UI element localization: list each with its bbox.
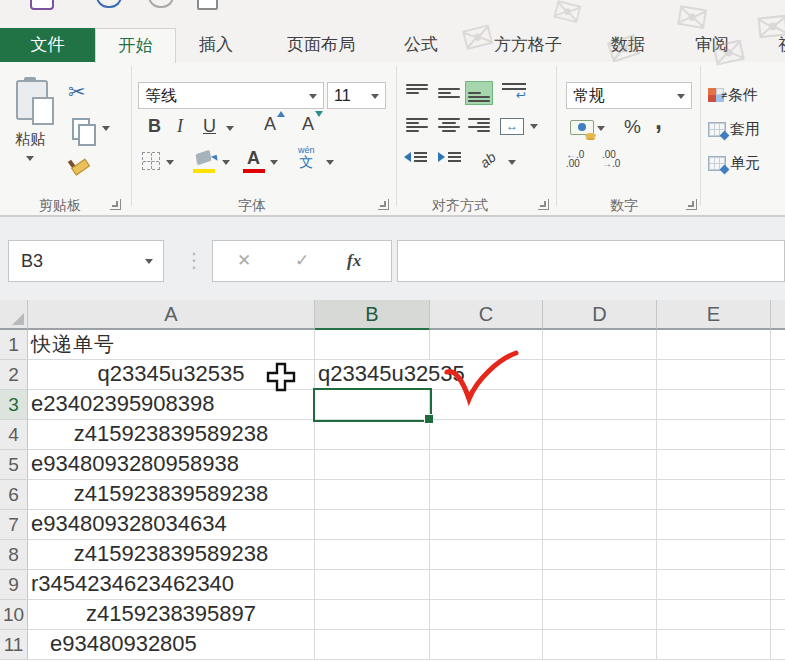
cell-d11[interactable] [543, 630, 657, 660]
cell-c5[interactable] [430, 450, 543, 480]
column-header-a[interactable]: A [28, 300, 315, 330]
borders-icon[interactable] [142, 152, 160, 170]
italic-button[interactable]: I [177, 116, 183, 137]
chevron-down-icon[interactable] [677, 94, 685, 99]
cell-b11[interactable] [315, 630, 430, 660]
cell-b9[interactable] [315, 570, 430, 600]
paste-dropdown-icon[interactable] [26, 156, 34, 161]
cell-a1[interactable]: 快递单号 [28, 330, 315, 360]
cell-c11[interactable] [430, 630, 543, 660]
cell-b3-active[interactable] [315, 390, 430, 420]
cell-d8[interactable] [543, 540, 657, 570]
alignment-dialog-launcher-icon[interactable] [538, 199, 549, 210]
cell-a4[interactable]: z415923839589238 [28, 420, 315, 450]
cell-b2[interactable]: q23345u32535 [315, 360, 430, 390]
underline-button[interactable]: U [203, 116, 216, 137]
cell-c8[interactable] [430, 540, 543, 570]
column-header-e[interactable]: E [657, 300, 771, 330]
cell-b5[interactable] [315, 450, 430, 480]
cell-b10[interactable] [315, 600, 430, 630]
name-box[interactable]: B3 [8, 240, 164, 282]
cell-f2[interactable] [771, 360, 785, 390]
cell-b6[interactable] [315, 480, 430, 510]
cell-d1[interactable] [543, 330, 657, 360]
decrease-decimal-button[interactable]: .00→.0 [602, 150, 620, 168]
row-header-8[interactable]: 8 [0, 540, 28, 570]
copy-dropdown-icon[interactable] [102, 126, 110, 131]
cell-d2[interactable] [543, 360, 657, 390]
accounting-dropdown-icon[interactable] [597, 126, 605, 131]
merge-dropdown-icon[interactable] [530, 124, 538, 129]
cell-f8[interactable] [771, 540, 785, 570]
undo-icon[interactable] [96, 0, 122, 8]
cell-b4[interactable] [315, 420, 430, 450]
bottom-align-icon[interactable] [466, 82, 492, 104]
cell-a8[interactable]: z415923839589238 [28, 540, 315, 570]
formula-input[interactable] [397, 240, 785, 282]
underline-dropdown-icon[interactable] [226, 126, 234, 131]
increase-indent-icon[interactable] [438, 152, 461, 162]
bold-button[interactable]: B [148, 116, 161, 137]
column-header-c[interactable]: C [430, 300, 543, 330]
comma-style-button[interactable]: , [655, 106, 662, 135]
cell-a10[interactable]: z4159238395897 [28, 600, 315, 630]
cell-e2[interactable] [657, 360, 771, 390]
cell-e4[interactable] [657, 420, 771, 450]
cell-e7[interactable] [657, 510, 771, 540]
tab-review[interactable]: 审阅 [683, 28, 741, 62]
row-header-4[interactable]: 4 [0, 420, 28, 450]
cell-e11[interactable] [657, 630, 771, 660]
phonetic-dropdown-icon[interactable] [326, 160, 334, 165]
cell-c1[interactable] [430, 330, 543, 360]
tab-data[interactable]: 数据 [599, 28, 657, 62]
cell-e10[interactable] [657, 600, 771, 630]
row-header-11[interactable]: 11 [0, 630, 28, 660]
cell-b8[interactable] [315, 540, 430, 570]
merge-center-icon[interactable]: ↔ [500, 118, 524, 135]
save-icon[interactable] [30, 0, 54, 10]
percent-style-button[interactable]: % [624, 116, 641, 138]
fill-color-icon[interactable] [195, 150, 211, 166]
cell-c10[interactable] [430, 600, 543, 630]
orientation-dropdown-icon[interactable] [508, 160, 516, 165]
align-right-icon[interactable] [466, 116, 492, 138]
insert-function-icon[interactable]: fx [347, 241, 361, 281]
tab-view[interactable]: 视图 [766, 28, 785, 62]
cell-a3[interactable]: e23402395908398 [28, 390, 315, 420]
tab-home[interactable]: 开始 [95, 28, 176, 63]
wrap-text-icon[interactable]: ↩ [502, 80, 526, 100]
redo-icon[interactable] [148, 0, 174, 8]
borders-dropdown-icon[interactable] [166, 160, 174, 165]
increase-decimal-button[interactable]: ←.0.00 [566, 150, 584, 168]
window-icon[interactable] [197, 0, 218, 10]
cell-d7[interactable] [543, 510, 657, 540]
row-header-2[interactable]: 2 [0, 360, 28, 390]
cell-c7[interactable] [430, 510, 543, 540]
row-header-1[interactable]: 1 [0, 330, 28, 360]
decrease-indent-icon[interactable] [404, 152, 427, 162]
cell-a9[interactable]: r3454234623462340 [28, 570, 315, 600]
cell-a2[interactable]: q23345u32535 [28, 360, 315, 390]
cell-a11[interactable]: e93480932805 [28, 630, 315, 660]
tab-insert[interactable]: 插入 [185, 28, 247, 62]
tab-formulas[interactable]: 公式 [392, 28, 450, 62]
column-header-b[interactable]: B [315, 300, 430, 330]
paste-icon[interactable] [16, 80, 48, 120]
tab-file[interactable]: 文件 [0, 28, 95, 62]
cell-d4[interactable] [543, 420, 657, 450]
number-format-combo[interactable]: 常规 [566, 82, 692, 109]
align-center-icon[interactable] [436, 116, 462, 138]
font-dialog-launcher-icon[interactable] [378, 199, 389, 210]
middle-align-icon[interactable] [436, 82, 462, 104]
cell-f7[interactable] [771, 510, 785, 540]
cut-icon[interactable]: ✂ [68, 80, 86, 104]
cell-e8[interactable] [657, 540, 771, 570]
align-left-icon[interactable] [404, 116, 430, 138]
copy-icon[interactable] [72, 118, 90, 140]
cell-f5[interactable] [771, 450, 785, 480]
cell-f9[interactable] [771, 570, 785, 600]
cell-c6[interactable] [430, 480, 543, 510]
cell-b7[interactable] [315, 510, 430, 540]
row-header-10[interactable]: 10 [0, 600, 28, 630]
fill-handle[interactable] [425, 415, 433, 423]
